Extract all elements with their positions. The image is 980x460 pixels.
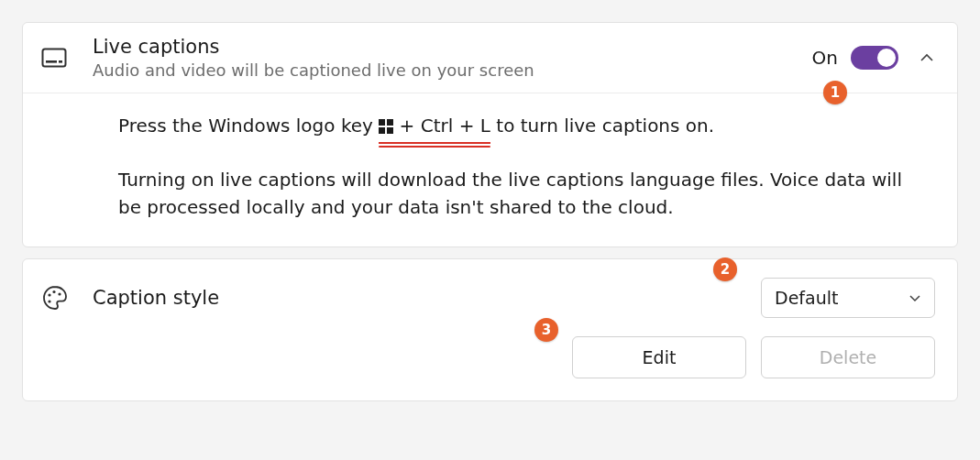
captions-icon <box>41 48 67 68</box>
shortcut-keys: + Ctrl + L <box>379 112 490 144</box>
svg-rect-3 <box>379 119 385 126</box>
caption-style-selected: Default <box>775 288 838 308</box>
svg-point-7 <box>48 294 50 297</box>
caption-style-select[interactable]: Default <box>761 278 935 318</box>
annotation-marker-3: 3 <box>534 318 558 342</box>
shortcut-suffix: to turn live captions on. <box>490 115 714 137</box>
edit-button[interactable]: Edit <box>572 336 746 378</box>
svg-rect-5 <box>379 127 385 134</box>
svg-point-10 <box>48 301 50 303</box>
windows-logo-icon <box>379 114 393 141</box>
live-captions-header: Live captions Audio and video will be ca… <box>23 23 957 93</box>
caption-style-label: Caption style <box>93 287 761 309</box>
svg-point-8 <box>52 290 55 293</box>
live-captions-description: Turning on live captions will download t… <box>118 166 920 221</box>
caption-style-row: Caption style 2 Default <box>23 259 957 325</box>
caption-style-card: Caption style 2 Default 3 Edit Delete <box>22 258 958 401</box>
live-captions-subtitle: Audio and video will be captioned live o… <box>93 60 812 80</box>
delete-button: Delete <box>761 336 935 378</box>
svg-rect-0 <box>43 49 66 67</box>
live-captions-title-block: Live captions Audio and video will be ca… <box>93 36 812 80</box>
live-captions-title: Live captions <box>93 36 812 59</box>
shortcut-line: Press the Windows logo key + Ctrl + L to… <box>118 112 920 144</box>
svg-rect-2 <box>59 60 62 63</box>
live-captions-toggle[interactable] <box>851 46 898 70</box>
shortcut-text: + Ctrl + L <box>393 115 490 137</box>
live-captions-body: 1 Press the Windows logo key + Ctrl + L … <box>23 93 957 246</box>
chevron-down-icon <box>908 288 921 308</box>
palette-icon <box>41 284 69 312</box>
caption-style-buttons: 3 Edit Delete <box>23 325 957 400</box>
annotation-marker-2: 2 <box>713 257 737 281</box>
svg-rect-1 <box>46 60 57 63</box>
toggle-state-label: On <box>812 47 838 69</box>
svg-point-9 <box>58 293 61 296</box>
live-captions-card: Live captions Audio and video will be ca… <box>22 22 958 247</box>
chevron-up-icon[interactable] <box>919 49 935 66</box>
annotation-marker-1: 1 <box>823 81 847 104</box>
shortcut-prefix: Press the Windows logo key <box>118 115 379 137</box>
toggle-knob <box>877 49 896 67</box>
